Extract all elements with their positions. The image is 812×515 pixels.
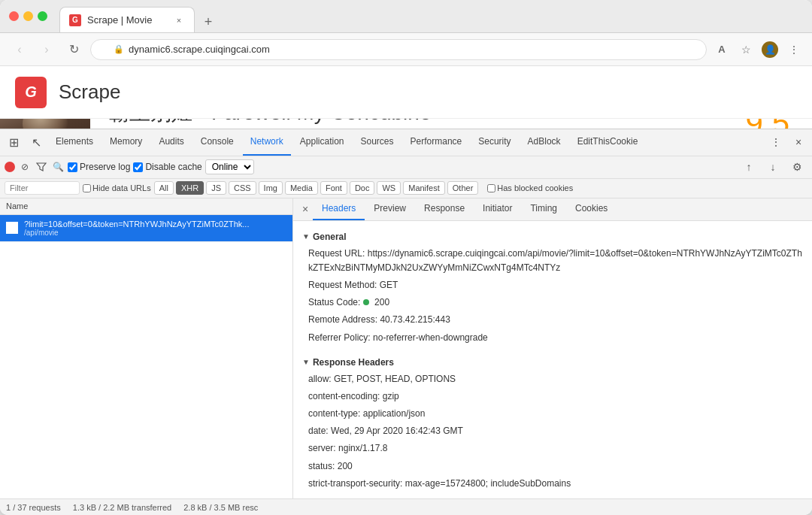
devtools-more-icon[interactable]: ⋮: [765, 132, 786, 153]
maximize-window-button[interactable]: [38, 11, 47, 21]
status-code-label: Status Code:: [308, 297, 360, 307]
address-right-icons: A ☆ 👤 ⋮: [713, 41, 803, 59]
headers-panel: × Headers Preview Response Initiator Tim…: [293, 198, 812, 498]
network-toolbar: ⊘ 🔍 Preserve log Disable cache Online ↑ …: [0, 156, 812, 179]
response-header-sts: strict-transport-security: max-age=15724…: [302, 475, 803, 492]
network-row-name: ?limit=10&offset=0&token=NTRhYWJhNzAyYTZ…: [24, 220, 286, 237]
filter-other[interactable]: Other: [447, 181, 479, 195]
response-header-allow: allow: GET, POST, HEAD, OPTIONS: [302, 371, 803, 388]
address-bar-input[interactable]: 🔒 dynamic6.scrape.cuiqingcai.com: [90, 39, 707, 60]
filter-img[interactable]: Img: [259, 181, 283, 195]
import-har-icon[interactable]: ↑: [738, 156, 759, 177]
clear-button[interactable]: ⊘: [18, 160, 32, 174]
request-method-value: GET: [380, 280, 398, 290]
response-headers-section-header[interactable]: ▼ Response Headers: [302, 353, 803, 371]
bookmark-icon[interactable]: ☆: [737, 41, 755, 59]
movie-info: 霸王别姬 - Farewell My Concubine 别称 更新: [90, 119, 746, 129]
request-url-value: https://dynamic6.scrape.cuiqingcai.com/a…: [308, 248, 802, 273]
hide-data-urls-checkbox[interactable]: Hide data URLs: [83, 183, 151, 192]
tab-console[interactable]: Console: [193, 129, 241, 156]
request-method-label: Request Method:: [308, 280, 377, 290]
disable-cache-checkbox[interactable]: Disable cache: [133, 162, 201, 172]
tab-favicon: G: [69, 14, 81, 26]
tab-elements[interactable]: Elements: [48, 129, 101, 156]
devtools-close-icon[interactable]: ×: [788, 132, 809, 153]
devtools-inspect-icon[interactable]: ↖: [26, 132, 47, 153]
filter-doc[interactable]: Doc: [350, 181, 375, 195]
tab-audits[interactable]: Audits: [151, 129, 191, 156]
filter-xhr[interactable]: XHR: [176, 181, 204, 195]
header-tab-timing[interactable]: Timing: [521, 198, 566, 221]
response-header-content-encoding: content-encoding: gzip: [302, 388, 803, 405]
browser-menu-icon[interactable]: ⋮: [785, 41, 803, 59]
record-button[interactable]: [5, 162, 15, 172]
network-list-item-0[interactable]: ?limit=10&offset=0&token=NTRhYWJhNzAyYTZ…: [0, 215, 292, 242]
close-headers-panel-button[interactable]: ×: [298, 201, 313, 217]
referrer-policy-label: Referrer Policy:: [308, 332, 371, 343]
tab-application[interactable]: Application: [292, 129, 352, 156]
tab-security[interactable]: Security: [471, 129, 518, 156]
close-window-button[interactable]: [9, 11, 19, 21]
translate-icon[interactable]: A: [713, 41, 731, 59]
filter-css[interactable]: CSS: [229, 181, 256, 195]
header-tab-headers[interactable]: Headers: [313, 198, 365, 221]
tab-performance[interactable]: Performance: [403, 129, 470, 156]
header-tab-initiator[interactable]: Initiator: [474, 198, 521, 221]
status-bar: 1 / 37 requests 1.3 kB / 2.2 MB transfer…: [0, 498, 812, 515]
status-code-value: 200: [374, 297, 389, 307]
header-tab-preview[interactable]: Preview: [365, 198, 415, 221]
filter-input[interactable]: [5, 181, 80, 195]
tab-network[interactable]: Network: [243, 129, 291, 156]
header-tab-response[interactable]: Response: [415, 198, 474, 221]
minimize-window-button[interactable]: [23, 11, 33, 21]
tab-memory[interactable]: Memory: [102, 129, 150, 156]
filter-icon[interactable]: [35, 160, 48, 174]
has-blocked-cookies-checkbox[interactable]: Has blocked cookies: [487, 183, 573, 192]
filter-all[interactable]: All: [154, 181, 174, 195]
general-section-header[interactable]: ▼ General: [302, 227, 803, 245]
refresh-button[interactable]: ↻: [63, 39, 84, 60]
forward-button[interactable]: ›: [36, 39, 57, 60]
response-header-status: status: 200: [302, 458, 803, 475]
tab-editthiscookie[interactable]: EditThisCookie: [570, 129, 646, 156]
devtools-elements-icon[interactable]: ⊞: [3, 132, 24, 153]
preserve-log-checkbox[interactable]: Preserve log: [68, 162, 130, 172]
filter-js[interactable]: JS: [206, 181, 226, 195]
tab-title: Scrape | Movie: [87, 14, 167, 26]
search-icon[interactable]: 🔍: [51, 160, 65, 174]
devtools-panel: ⊞ ↖ Elements Memory Audits Console Netwo…: [0, 129, 812, 498]
movie-hero: 别姬 霸王别姬 - Farewell My Concubine 别称 更新 9.…: [0, 119, 812, 129]
headers-content: ▼ General Request URL: https://dynamic6.…: [293, 221, 812, 498]
browser-tab-active[interactable]: G Scrape | Movie ×: [59, 7, 195, 32]
header-tab-cookies[interactable]: Cookies: [566, 198, 617, 221]
address-bar: ‹ › ↻ 🔒 dynamic6.scrape.cuiqingcai.com A…: [0, 33, 812, 66]
filter-font[interactable]: Font: [320, 181, 347, 195]
traffic-lights: [9, 11, 47, 21]
request-url-label: Request URL:: [308, 248, 365, 259]
filter-type-buttons: All XHR JS CSS Img Media Font Doc WS Man…: [154, 181, 479, 195]
filter-manifest[interactable]: Manifest: [403, 181, 445, 195]
title-bar: G Scrape | Movie × +: [0, 0, 812, 33]
response-headers-title: Response Headers: [313, 357, 394, 368]
filter-media[interactable]: Media: [285, 181, 318, 195]
tab-close-button[interactable]: ×: [173, 14, 185, 26]
filter-ws[interactable]: WS: [377, 181, 401, 195]
tab-sources[interactable]: Sources: [353, 129, 401, 156]
tab-bar: G Scrape | Movie × +: [59, 0, 219, 32]
network-list-panel: Name ?limit=10&offset=0&token=NTRhYWJhNz…: [0, 198, 293, 498]
network-settings-icon[interactable]: ⚙: [786, 156, 807, 177]
remote-address-row: Remote Address: 40.73.42.215:443: [302, 311, 803, 329]
throttle-select[interactable]: Online: [205, 159, 254, 174]
response-header-date: date: Wed, 29 Apr 2020 16:42:43 GMT: [302, 423, 803, 440]
new-tab-button[interactable]: +: [198, 11, 219, 32]
tab-adblock[interactable]: AdBlock: [520, 129, 568, 156]
page-content: G Scrape 别姬 霸王别姬 - Farewell My Concubine…: [0, 66, 812, 498]
export-har-icon[interactable]: ↓: [762, 156, 783, 177]
lock-icon: 🔒: [114, 44, 124, 54]
requests-count: 1 / 37 requests: [6, 503, 61, 512]
user-profile-icon[interactable]: 👤: [761, 41, 779, 59]
site-logo: G: [15, 77, 47, 108]
network-col-name: Name: [0, 198, 292, 215]
response-header-server: server: nginx/1.17.8: [302, 440, 803, 457]
back-button[interactable]: ‹: [9, 39, 30, 60]
